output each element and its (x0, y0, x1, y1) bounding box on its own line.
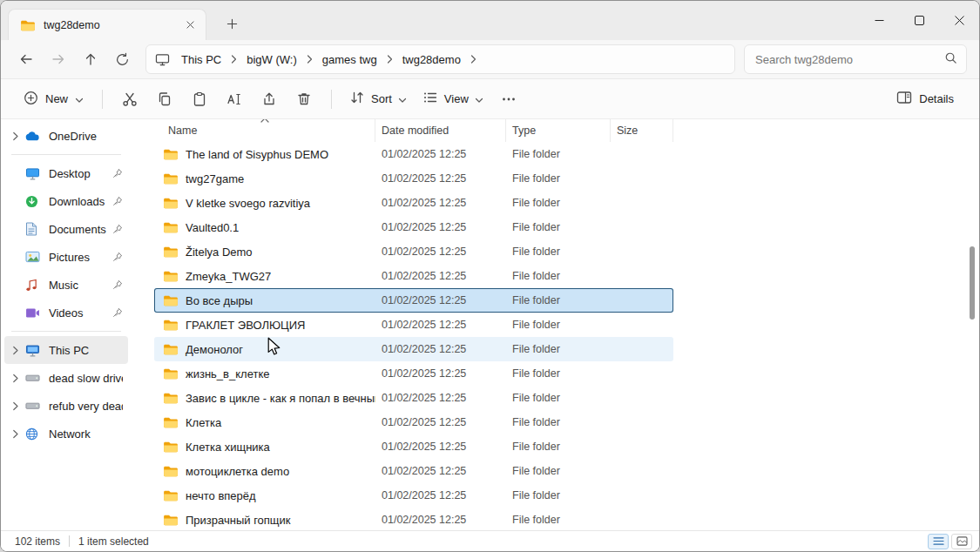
file-name: Во все дыры (186, 294, 253, 307)
file-row[interactable]: Завис в цикле - как я попал в вечный к..… (154, 386, 673, 410)
file-row[interactable]: Zmeyka_TWG2701/02/2025 12:25File folder (154, 264, 673, 288)
file-row[interactable]: Призрачный гопщик01/02/2025 12:25File fo… (154, 508, 673, 530)
file-row[interactable]: Žitelya Demo01/02/2025 12:25File folder (154, 239, 673, 264)
vertical-scrollbar[interactable] (969, 123, 977, 528)
up-button[interactable] (74, 44, 106, 74)
file-row[interactable]: нечто вперёд01/02/2025 12:25File folder (154, 483, 673, 508)
videos-icon (25, 307, 44, 319)
file-date-modified: 01/02/2025 12:25 (375, 221, 506, 233)
plus-circle-icon (24, 91, 38, 108)
forward-button[interactable] (42, 44, 74, 74)
close-button[interactable] (939, 1, 979, 40)
titlebar: twg28demo (1, 1, 979, 40)
details-pane-button[interactable]: Details (889, 84, 962, 113)
maximize-button[interactable] (899, 1, 939, 40)
search-box[interactable] (744, 44, 967, 74)
file-date-modified: 01/02/2025 12:25 (375, 465, 506, 477)
folder-icon (163, 441, 179, 453)
pin-icon (112, 224, 123, 234)
sidebar-item-onedrive[interactable]: OneDrive (4, 122, 128, 150)
copy-button[interactable] (147, 84, 182, 114)
breadcrumb-chevron-icon[interactable] (467, 54, 480, 64)
details-view-button[interactable] (928, 534, 949, 549)
column-header-type[interactable]: Type (506, 119, 611, 142)
address-bar[interactable]: This PCbigW (W:)games twgtwg28demo (145, 44, 735, 74)
sort-button-label: Sort (371, 92, 392, 105)
sidebar-divider (11, 154, 121, 155)
file-name: Vaulted0.1 (186, 221, 239, 234)
file-row[interactable]: Клетка хищника01/02/2025 12:25File folde… (154, 434, 673, 459)
thumbnail-view-button[interactable] (951, 534, 972, 549)
paste-button[interactable] (182, 84, 217, 114)
breadcrumb-chevron-icon[interactable] (383, 54, 396, 64)
file-row[interactable]: мотоциклетка demo01/02/2025 12:25File fo… (154, 459, 673, 483)
delete-button[interactable] (287, 84, 321, 114)
file-date-modified: 01/02/2025 12:25 (375, 172, 506, 185)
more-options-button[interactable] (491, 84, 526, 114)
sidebar-item-this-pc[interactable]: This PC (4, 336, 128, 364)
file-row[interactable]: ГРАКЛЕТ ЭВОЛЮЦИЯ01/02/2025 12:25File fol… (154, 313, 673, 337)
file-date-modified: 01/02/2025 12:25 (375, 270, 506, 282)
details-panel-icon (896, 91, 912, 107)
breadcrumb-item-games-twg[interactable]: games twg (316, 50, 383, 69)
details-pane-label: Details (919, 92, 954, 105)
view-icon (422, 90, 438, 108)
file-row[interactable]: twg27game01/02/2025 12:25File folder (154, 166, 673, 191)
sort-button[interactable]: Sort (341, 84, 415, 114)
minimize-button[interactable] (859, 1, 899, 40)
chevron-right-icon[interactable] (12, 401, 25, 411)
breadcrumb-item-twg28demo[interactable]: twg28demo (396, 50, 467, 69)
file-row[interactable]: Клетка01/02/2025 12:25File folder (154, 410, 673, 434)
breadcrumb-item-bigw-w[interactable]: bigW (W:) (240, 50, 303, 69)
file-type: File folder (506, 441, 611, 453)
item-count: 102 items (15, 535, 60, 548)
file-name: ГРАКЛЕТ ЭВОЛЮЦИЯ (186, 319, 305, 332)
sidebar-item-downloads[interactable]: Downloads (4, 187, 128, 215)
sidebar-item-documents[interactable]: Documents (4, 215, 128, 243)
search-input[interactable] (755, 53, 944, 66)
chevron-right-icon[interactable] (12, 131, 25, 141)
sidebar-item-videos[interactable]: Videos (4, 299, 128, 326)
column-header-name[interactable]: Name (154, 119, 375, 142)
network-icon (25, 427, 44, 441)
file-row[interactable]: Во все дыры01/02/2025 12:25File folder (154, 288, 673, 313)
sidebar-item-dead-slow-drive[interactable]: dead slow drive (4, 364, 128, 392)
breadcrumb-chevron-icon[interactable] (227, 54, 240, 64)
file-row[interactable]: The land of Sisyphus DEMO01/02/2025 12:2… (154, 142, 673, 166)
file-row[interactable]: жизнь_в_клетке01/02/2025 12:25File folde… (154, 361, 673, 386)
tab-close-icon[interactable] (181, 17, 199, 34)
refresh-button[interactable] (106, 44, 139, 74)
breadcrumb-chevron-icon[interactable] (303, 54, 316, 64)
file-explorer-window: twg28demo This PCbigW (W:)games twgtwg28… (0, 0, 980, 552)
back-button[interactable] (10, 44, 42, 74)
breadcrumb-item-this-pc[interactable]: This PC (175, 50, 227, 69)
column-header-size[interactable]: Size (611, 119, 673, 142)
sidebar-item-desktop[interactable]: Desktop (4, 159, 128, 187)
tab-title: twg28demo (44, 19, 173, 31)
file-row[interactable]: Демонолог01/02/2025 12:25File folder (154, 337, 673, 361)
column-header-date-modified[interactable]: Date modified (375, 119, 506, 142)
sidebar-item-music[interactable]: Music (4, 271, 128, 299)
chevron-right-icon[interactable] (12, 429, 25, 439)
drive-icon (25, 401, 44, 411)
file-row[interactable]: V kletke svoego razvitiya01/02/2025 12:2… (154, 191, 673, 215)
share-button[interactable] (252, 84, 287, 114)
file-row[interactable]: Vaulted0.101/02/2025 12:25File folder (154, 215, 673, 239)
chevron-right-icon[interactable] (12, 374, 25, 383)
file-name: мотоциклетка demo (186, 465, 289, 478)
scrollbar-thumb[interactable] (970, 246, 975, 320)
explorer-tab[interactable]: twg28demo (8, 9, 206, 40)
cut-button[interactable] (112, 84, 147, 114)
sidebar-item-pictures[interactable]: Pictures (4, 243, 128, 271)
new-button[interactable]: New (15, 84, 92, 114)
view-button[interactable]: View (415, 84, 491, 114)
chevron-right-icon[interactable] (12, 346, 25, 355)
sidebar-item-refub-very-dead[interactable]: refub very dead (4, 392, 128, 420)
new-tab-button[interactable] (220, 12, 243, 35)
file-date-modified: 01/02/2025 12:25 (375, 392, 506, 404)
sidebar-item-network[interactable]: Network (4, 420, 128, 448)
folder-icon (163, 343, 179, 355)
rename-button[interactable] (217, 84, 252, 114)
sidebar-item-label: Network (49, 427, 123, 441)
chevron-down-icon (75, 96, 84, 104)
